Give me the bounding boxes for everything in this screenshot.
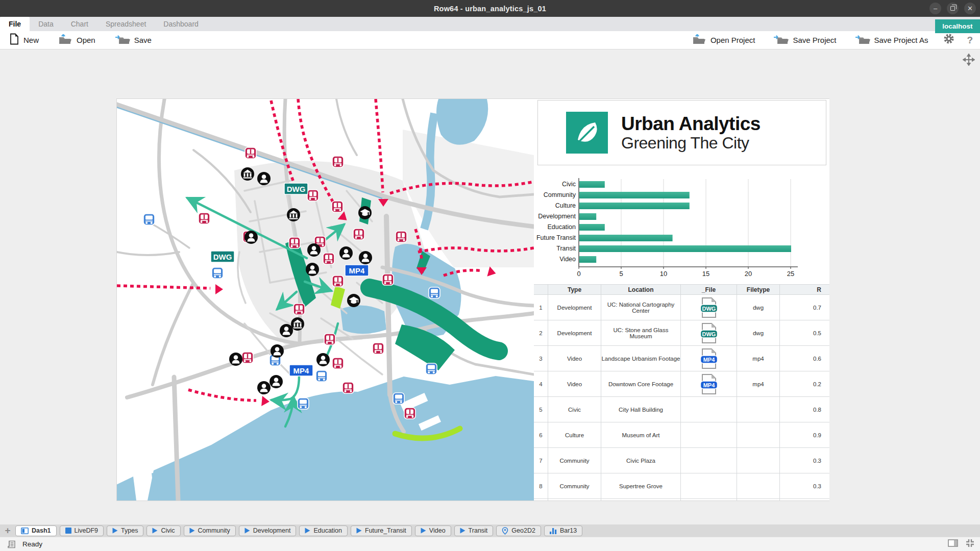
column-header-_File[interactable]: _File (681, 284, 737, 295)
map-marker-grad-icon[interactable] (347, 294, 360, 307)
sheet-tab-geo2d2[interactable]: Geo2D2 (496, 525, 541, 536)
maximize-button[interactable] (947, 3, 959, 14)
help-icon[interactable]: ? (965, 35, 975, 46)
table-row[interactable]: 7CommunityCivic Plaza0.3 (534, 448, 829, 473)
table-cell[interactable]: dwg (737, 295, 780, 320)
table-row[interactable]: 6CultureMuseum of Art0.9 (534, 422, 829, 448)
sheet-tab-transit[interactable]: Transit (454, 525, 494, 536)
map-file-label-dwg[interactable]: DWG (284, 183, 308, 194)
minimize-button[interactable]: – (929, 3, 941, 14)
map-marker-person-icon[interactable] (271, 344, 284, 358)
table-cell[interactable]: Landscape Urbanism Footage (601, 346, 681, 371)
bar-community[interactable] (579, 192, 690, 198)
bar-development[interactable] (579, 213, 596, 220)
sheet-tab-development[interactable]: Development (239, 525, 297, 536)
table-row[interactable]: 5CivicCity Hall Building0.8 (534, 397, 829, 422)
map-file-label-dwg[interactable]: DWG (211, 251, 234, 262)
table-row[interactable]: 2DevelopmentUC: Stone and Glass MuseumDW… (534, 320, 829, 346)
column-header-Type[interactable]: Type (548, 284, 601, 295)
table-cell[interactable]: 0.7 (780, 295, 829, 320)
table-cell[interactable]: 0.6 (780, 346, 829, 371)
table-cell[interactable]: 3 (534, 346, 548, 371)
table-cell[interactable] (737, 397, 780, 422)
column-header-Filetype[interactable]: Filetype (737, 284, 780, 295)
map-marker-bus-icon[interactable] (429, 287, 440, 298)
map-marker-bank-icon[interactable] (241, 167, 254, 181)
table-cell[interactable]: Downtown Core Footage (601, 371, 681, 397)
table-cell[interactable]: dwg (737, 320, 780, 346)
file-cell[interactable] (681, 473, 737, 499)
fit-view-icon[interactable] (965, 538, 975, 550)
table-cell[interactable]: 2 (534, 320, 548, 346)
table-cell[interactable] (737, 473, 780, 499)
table-cell[interactable] (737, 499, 780, 500)
table-cell[interactable]: 0.8 (780, 397, 829, 422)
map-marker-transit-icon[interactable] (332, 358, 344, 369)
table-cell[interactable]: 0.5 (780, 320, 829, 346)
map-marker-person-icon[interactable] (257, 381, 271, 394)
table-cell[interactable]: 0.3 (780, 473, 829, 499)
file-cell[interactable] (681, 422, 737, 448)
table-cell[interactable]: 8 (534, 473, 548, 499)
map-marker-person-icon[interactable] (306, 263, 319, 276)
city-map[interactable]: DWGDWGMP4MP4 (117, 99, 534, 500)
map-marker-transit-icon[interactable] (353, 229, 364, 240)
map-marker-transit-icon[interactable] (342, 382, 354, 393)
map-marker-transit-icon[interactable] (404, 408, 415, 419)
table-cell[interactable] (737, 448, 780, 473)
table-cell[interactable]: 0.9 (780, 422, 829, 448)
table-cell[interactable] (780, 499, 829, 500)
map-marker-person-icon[interactable] (280, 324, 293, 337)
table-cell[interactable] (534, 499, 548, 500)
map-marker-transit-icon[interactable] (373, 343, 384, 354)
bar-future-transit[interactable] (579, 235, 673, 241)
map-marker-bus-icon[interactable] (426, 363, 437, 374)
save-button[interactable]: Save (110, 33, 157, 47)
sheet-tab-types[interactable]: Types (107, 525, 143, 536)
table-cell[interactable]: City Hall Building (601, 397, 681, 422)
map-marker-person-icon[interactable] (229, 353, 242, 366)
menu-tab-spreadsheet[interactable]: Spreadsheet (97, 17, 155, 31)
table-cell[interactable]: Development (548, 320, 601, 346)
map-marker-person-icon[interactable] (257, 172, 271, 185)
menu-tab-dashboard[interactable]: Dashboard (155, 17, 207, 31)
map-file-label-mp4[interactable]: MP4 (345, 265, 369, 276)
table-cell[interactable]: Development (548, 295, 601, 320)
bar-video[interactable] (579, 256, 596, 263)
table-cell[interactable]: 0.3 (780, 448, 829, 473)
file-cell[interactable] (681, 448, 737, 473)
sheet-tab-bar13[interactable]: Bar13 (544, 525, 582, 536)
table-cell[interactable]: 1 (534, 295, 548, 320)
column-header-Location[interactable]: Location (601, 284, 681, 295)
bar-culture[interactable] (579, 203, 690, 209)
map-marker-transit-icon[interactable] (307, 190, 318, 201)
table-cell[interactable]: Civic Plaza (601, 448, 681, 473)
table-cell[interactable]: Video (548, 371, 601, 397)
sheet-tab-community[interactable]: Community (184, 525, 236, 536)
sheet-tab-livedf9[interactable]: LiveDF9 (60, 525, 104, 536)
panel-layout-icon[interactable] (948, 539, 958, 549)
map-marker-transit-icon[interactable] (199, 213, 210, 224)
map-marker-transit-icon[interactable] (293, 304, 305, 315)
settings-gear-icon[interactable] (941, 33, 957, 47)
table-cell[interactable]: 6 (534, 422, 548, 448)
column-header-R[interactable]: R (780, 284, 829, 295)
move-handle-icon[interactable] (963, 54, 975, 68)
file-type-icon[interactable]: MP4 (681, 346, 737, 371)
map-marker-person-icon[interactable] (339, 246, 353, 260)
map-marker-person-icon[interactable] (244, 231, 258, 244)
map-marker-bus-icon[interactable] (316, 370, 327, 382)
map-marker-transit-icon[interactable] (382, 274, 394, 285)
map-marker-transit-icon[interactable] (324, 334, 335, 345)
map-marker-person-icon[interactable] (359, 251, 372, 264)
bar-civic[interactable] (579, 181, 605, 188)
table-cell[interactable]: Community (548, 448, 601, 473)
table-row[interactable]: 1DevelopmentUC: National Cartography Cen… (534, 295, 829, 320)
map-marker-grad-icon[interactable] (358, 206, 372, 219)
map-marker-person-icon[interactable] (307, 243, 321, 257)
table-cell[interactable]: mp4 (737, 371, 780, 397)
sheet-tab-future_transit[interactable]: Future_Transit (351, 525, 412, 536)
add-sheet-button[interactable]: + (3, 526, 12, 535)
table-row[interactable]: 3VideoLandscape Urbanism FootageMP4mp40.… (534, 346, 829, 371)
map-marker-bus-icon[interactable] (212, 267, 223, 279)
